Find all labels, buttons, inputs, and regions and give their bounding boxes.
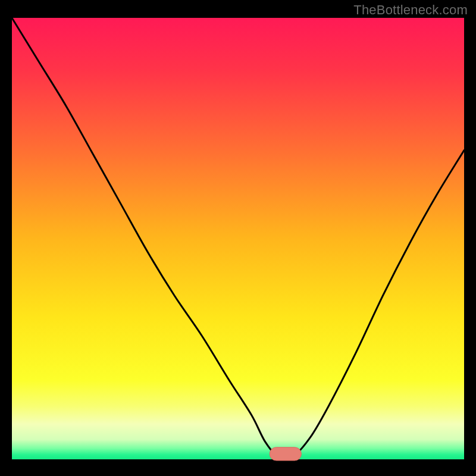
watermark-text: TheBottleneck.com: [353, 2, 468, 18]
chart-stage: TheBottleneck.com: [0, 0, 476, 476]
optimum-marker: [270, 447, 301, 461]
bottleneck-plot: [0, 0, 476, 476]
